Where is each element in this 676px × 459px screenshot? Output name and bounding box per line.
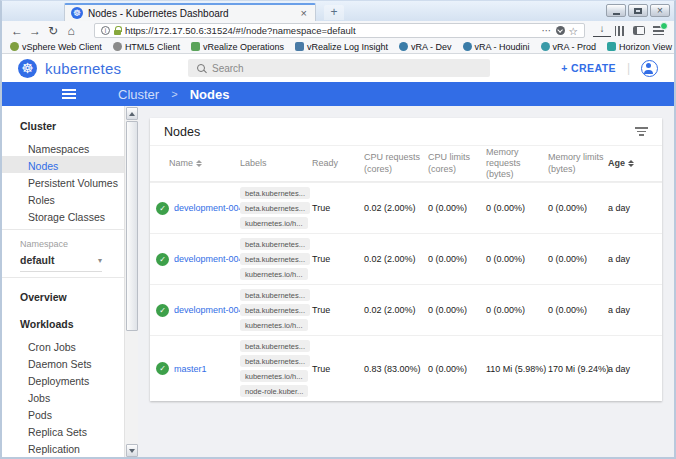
bookmark-favicon [295,42,304,51]
sidebar-item-workloads[interactable]: Workloads [2,310,124,337]
close-window-button[interactable]: × [650,4,670,17]
breadcrumb-bar: Cluster > Nodes [2,82,674,106]
sidebar-item-nodes[interactable]: Nodes [2,156,124,173]
label-chip: beta.kubernetes... [240,304,310,316]
bookmark-star-icon[interactable]: ☆ [569,25,578,37]
hamburger-menu-icon[interactable] [62,89,76,99]
node-ready-icon: ✓ [156,304,169,317]
sidebar-item-overview[interactable]: Overview [2,283,124,310]
breadcrumb-cluster-link[interactable]: Cluster [118,87,159,102]
cpu-limits-cell: 0 (0.00%) [428,254,486,264]
app-header: ☸ kubernetes + CREATE | [2,54,674,82]
bookmark-item[interactable]: vRA - Houdini [463,42,530,52]
namespace-label: Namespace [2,235,124,251]
age-cell: a day [608,305,656,315]
table-row: ✓development-0045 beta.kubernetes... bet… [150,233,662,284]
node-link[interactable]: master1 [174,364,207,374]
table-row: ✓development-0046 beta.kubernetes... bet… [150,182,662,233]
node-link[interactable]: development-0044 [174,305,249,315]
back-button[interactable]: ← [8,25,26,37]
navigation-toolbar: ← → ↻ ⌂ i https://172.17.50.6:31524/#!/n… [2,21,674,40]
bookmark-item[interactable]: vSphere Web Client [10,42,102,52]
sidebar-item-namespaces[interactable]: Namespaces [2,139,124,156]
label-chip: kubernetes.io/h... [240,370,308,382]
label-chip: beta.kubernetes... [240,289,310,301]
sidebar-item-roles[interactable]: Roles [2,190,124,207]
bookmark-favicon [399,42,408,51]
bookmark-item[interactable]: vRealize Log Insight [295,42,388,52]
bookmark-favicon [463,42,472,51]
sidebar-item-persistent-volumes[interactable]: Persistent Volumes [2,173,124,190]
bookmark-item[interactable]: HTML5 Client [113,42,180,52]
memory-requests-cell: 0 (0.00%) [486,305,548,315]
sidebar-toggle-icon[interactable] [633,26,645,35]
namespace-select[interactable]: default ▾ [20,254,102,272]
menu-icon[interactable] [653,26,664,36]
node-link[interactable]: development-0045 [174,254,249,264]
filter-icon[interactable] [635,127,648,136]
scrollbar-thumb[interactable] [126,121,138,331]
label-chip: beta.kubernetes... [240,355,310,367]
bookmark-item[interactable]: vRA - Dev [399,42,452,52]
tab-close-icon[interactable]: × [299,7,309,19]
create-button[interactable]: + CREATE [561,62,616,74]
reload-button[interactable]: ↻ [44,25,62,37]
sidebar-item-cluster[interactable]: Cluster [2,112,124,139]
column-header-age[interactable]: Age [608,158,656,169]
label-chip: beta.kubernetes... [240,202,310,214]
new-tab-button[interactable]: + [324,5,344,20]
cpu-requests-cell: 0.83 (83.00%) [364,364,428,374]
bookmark-favicon [191,42,200,51]
sidebar-scrollbar[interactable] [124,106,138,458]
library-icon[interactable] [615,26,625,36]
sidebar-item-replica-sets[interactable]: Replica Sets [2,422,124,439]
pocket-icon[interactable] [556,26,565,35]
sidebar-item-jobs[interactable]: Jobs [2,388,124,405]
label-chip: kubernetes.io/h... [240,217,308,229]
browser-tab[interactable]: ☸ Nodes - Kubernetes Dashboard × [64,3,316,21]
search-box[interactable] [188,59,490,77]
bookmark-item[interactable]: Horizon View [607,42,672,52]
label-chip: beta.kubernetes... [240,238,310,250]
node-link[interactable]: development-0046 [174,203,249,213]
age-cell: a day [608,364,656,374]
age-cell: a day [608,203,656,213]
bookmark-item[interactable]: vRealize Operations [191,42,284,52]
maximize-button[interactable] [628,4,648,17]
sidebar-divider [2,277,124,278]
sidebar-item-storage-classes[interactable]: Storage Classes [2,207,124,224]
triangle-down-icon [129,449,135,453]
triangle-up-icon [129,112,135,116]
sidebar-item-pods[interactable]: Pods [2,405,124,422]
cpu-limits-cell: 0 (0.00%) [428,203,486,213]
cpu-limits-cell: 0 (0.00%) [428,364,486,374]
sidebar-item-cron-jobs[interactable]: Cron Jobs [2,337,124,354]
site-info-icon[interactable]: i [101,26,110,35]
forward-button[interactable]: → [26,25,44,37]
bookmark-item[interactable]: vRA - Prod [541,42,597,52]
search-input[interactable] [212,63,481,74]
user-avatar-icon[interactable] [641,60,658,77]
security-lock-icon [114,30,121,35]
namespace-value: default [20,254,54,266]
memory-limits-cell: 0 (0.00%) [548,203,608,213]
sidebar-item-replication-controllers[interactable]: Replication Controllers [2,439,124,456]
column-header-name[interactable]: Name [156,158,240,169]
url-bar[interactable]: i https://172.17.50.6:31524/#!/node?name… [94,23,585,38]
chevron-right-icon: > [171,88,177,100]
page-actions-icon[interactable]: ⋯ [542,25,552,36]
minimize-button[interactable] [606,4,626,17]
url-text: https://172.17.50.6:31524/#!/node?namesp… [125,25,538,36]
scroll-up-button[interactable] [126,107,138,120]
sidebar-item-daemon-sets[interactable]: Daemon Sets [2,354,124,371]
home-button[interactable]: ⌂ [62,25,80,37]
column-header-labels: Labels [240,158,312,169]
memory-requests-cell: 110 Mi (5.98%) [486,364,548,374]
downloads-icon[interactable]: ↓ [593,24,611,37]
bookmark-favicon [10,42,19,51]
scroll-down-button[interactable] [126,444,138,457]
column-header-cpu-requests: CPU requests (cores) [364,152,428,175]
label-chip: kubernetes.io/h... [240,319,308,331]
table-header-row: Name Labels Ready CPU requests (cores) C… [150,146,662,182]
sidebar-item-deployments[interactable]: Deployments [2,371,124,388]
